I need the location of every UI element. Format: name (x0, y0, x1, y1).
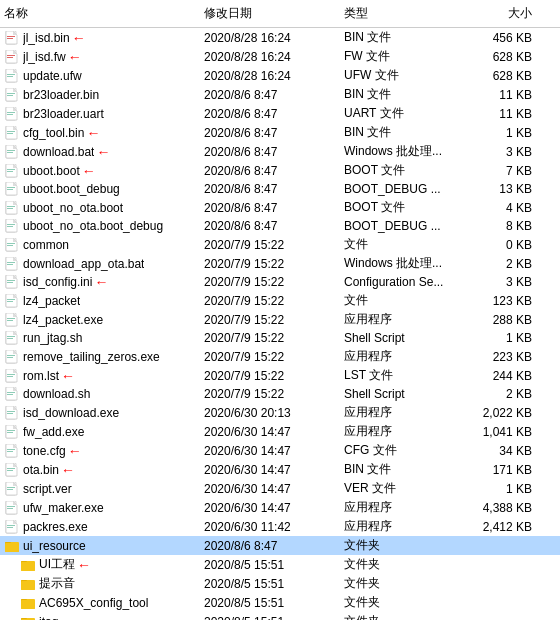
folder-icon (20, 614, 36, 621)
file-icon (4, 274, 20, 290)
file-name-text: jl_isd.bin (23, 31, 70, 45)
file-date-cell: 2020/8/5 15:51 (200, 615, 340, 621)
file-type-cell: FW 文件 (340, 48, 460, 65)
file-name-cell: fw_add.exe (0, 424, 200, 440)
table-row[interactable]: ota.bin←2020/6/30 14:47BIN 文件171 KB (0, 460, 560, 479)
table-row[interactable]: download_app_ota.bat2020/7/9 15:22Window… (0, 254, 560, 273)
file-name-cell: cfg_tool.bin← (0, 125, 200, 141)
table-row[interactable]: jl_isd.fw←2020/8/28 16:24FW 文件628 KB (0, 47, 560, 66)
table-row[interactable]: packres.exe2020/6/30 11:42应用程序2,412 KB (0, 517, 560, 536)
file-name-text: packres.exe (23, 520, 88, 534)
file-name-text: update.ufw (23, 69, 82, 83)
svg-rect-104 (7, 413, 13, 414)
svg-rect-99 (7, 394, 13, 395)
table-row[interactable]: UI工程←2020/8/5 15:51文件夹 (0, 555, 560, 574)
file-icon (4, 462, 20, 478)
file-date-cell: 2020/6/30 11:42 (200, 520, 340, 534)
file-icon (4, 125, 20, 141)
table-row[interactable]: uboot.boot←2020/8/6 8:47BOOT 文件7 KB (0, 161, 560, 180)
file-name-cell: run_jtag.sh (0, 330, 200, 346)
svg-rect-43 (7, 187, 15, 188)
table-row[interactable]: ui_resource2020/8/6 8:47文件夹 (0, 536, 560, 555)
table-row[interactable]: jl_isd.bin←2020/8/28 16:24BIN 文件456 KB (0, 28, 560, 47)
file-type-cell: BIN 文件 (340, 461, 460, 478)
table-row[interactable]: run_jtag.sh2020/7/9 15:22Shell Script1 K… (0, 329, 560, 347)
svg-rect-68 (7, 280, 15, 281)
file-name-cell: br23loader.uart (0, 106, 200, 122)
svg-rect-59 (7, 245, 13, 246)
file-icon (4, 519, 20, 535)
table-row[interactable]: rom.lst←2020/7/9 15:22LST 文件244 KB (0, 366, 560, 385)
table-row[interactable]: 提示音2020/8/5 15:51文件夹 (0, 574, 560, 593)
table-row[interactable]: lz4_packet.exe2020/7/9 15:22应用程序288 KB (0, 310, 560, 329)
file-name-cell: lz4_packet.exe (0, 312, 200, 328)
file-name-text: lz4_packet.exe (23, 313, 103, 327)
file-date-cell: 2020/7/9 15:22 (200, 313, 340, 327)
file-date-cell: 2020/8/5 15:51 (200, 558, 340, 572)
table-row[interactable]: fw_add.exe2020/6/30 14:47应用程序1,041 KB (0, 422, 560, 441)
table-row[interactable]: remove_tailing_zeros.exe2020/7/9 15:22应用… (0, 347, 560, 366)
table-row[interactable]: tone.cfg←2020/6/30 14:47CFG 文件34 KB (0, 441, 560, 460)
file-type-cell: 应用程序 (340, 518, 460, 535)
table-row[interactable]: script.ver2020/6/30 14:47VER 文件1 KB (0, 479, 560, 498)
file-size-cell: 2,022 KB (460, 406, 540, 420)
file-type-cell: BIN 文件 (340, 29, 460, 46)
file-type-cell: 文件 (340, 292, 460, 309)
header-name[interactable]: 名称 (0, 3, 200, 24)
file-date-cell: 2020/8/28 16:24 (200, 50, 340, 64)
file-date-cell: 2020/8/6 8:47 (200, 164, 340, 178)
file-name-text: isd_download.exe (23, 406, 119, 420)
file-icon (4, 163, 20, 179)
table-row[interactable]: uboot_no_ota.boot_debug2020/8/6 8:47BOOT… (0, 217, 560, 235)
file-name-text: uboot_no_ota.boot_debug (23, 219, 163, 233)
file-date-cell: 2020/7/9 15:22 (200, 275, 340, 289)
header-type[interactable]: 类型 (340, 3, 460, 24)
header-date[interactable]: 修改日期 (200, 3, 340, 24)
file-name-cell: jtag (0, 614, 200, 621)
svg-rect-94 (7, 376, 13, 377)
arrow-indicator: ← (86, 125, 100, 141)
file-size-cell: 3 KB (460, 275, 540, 289)
file-name-cell: lz4_packet (0, 293, 200, 309)
file-name-text: cfg_tool.bin (23, 126, 84, 140)
table-row[interactable]: uboot.boot_debug2020/8/6 8:47BOOT_DEBUG … (0, 180, 560, 198)
file-date-cell: 2020/6/30 20:13 (200, 406, 340, 420)
table-row[interactable]: AC695X_config_tool2020/8/5 15:51文件夹 (0, 593, 560, 612)
file-size-cell: 171 KB (460, 463, 540, 477)
table-row[interactable]: cfg_tool.bin←2020/8/6 8:47BIN 文件1 KB (0, 123, 560, 142)
table-row[interactable]: isd_download.exe2020/6/30 20:13应用程序2,022… (0, 403, 560, 422)
arrow-indicator: ← (72, 30, 86, 46)
table-row[interactable]: jtag2020/8/5 15:51文件夹 (0, 612, 560, 620)
arrow-indicator: ← (68, 443, 82, 459)
file-icon (4, 405, 20, 421)
file-explorer[interactable]: 名称 修改日期 类型 大小 jl_isd.bin←2020/8/28 16:24… (0, 0, 560, 620)
table-row[interactable]: isd_config.ini←2020/7/9 15:22Configurati… (0, 273, 560, 291)
file-type-cell: BOOT 文件 (340, 199, 460, 216)
svg-rect-88 (7, 355, 15, 356)
table-row[interactable]: download.sh2020/7/9 15:22Shell Script2 K… (0, 385, 560, 403)
file-name-cell: uboot.boot_debug (0, 181, 200, 197)
table-row[interactable]: br23loader.bin2020/8/6 8:47BIN 文件11 KB (0, 85, 560, 104)
file-date-cell: 2020/7/9 15:22 (200, 387, 340, 401)
table-row[interactable]: lz4_packet2020/7/9 15:22文件123 KB (0, 291, 560, 310)
file-name-cell: rom.lst← (0, 368, 200, 384)
arrow-indicator: ← (68, 49, 82, 65)
file-name-text: jl_isd.fw (23, 50, 66, 64)
table-row[interactable]: br23loader.uart2020/8/6 8:47UART 文件11 KB (0, 104, 560, 123)
file-type-cell: BOOT_DEBUG ... (340, 219, 460, 233)
file-date-cell: 2020/6/30 14:47 (200, 463, 340, 477)
table-row[interactable]: update.ufw2020/8/28 16:24UFW 文件628 KB (0, 66, 560, 85)
table-row[interactable]: download.bat←2020/8/6 8:47Windows 批处理...… (0, 142, 560, 161)
file-name-cell: remove_tailing_zeros.exe (0, 349, 200, 365)
arrow-indicator: ← (77, 557, 91, 573)
table-row[interactable]: common2020/7/9 15:22文件0 KB (0, 235, 560, 254)
file-name-text: uboot_no_ota.boot (23, 201, 123, 215)
table-row[interactable]: uboot_no_ota.boot2020/8/6 8:47BOOT 文件4 K… (0, 198, 560, 217)
file-name-cell: br23loader.bin (0, 87, 200, 103)
file-name-cell: common (0, 237, 200, 253)
file-size-cell: 288 KB (460, 313, 540, 327)
svg-rect-83 (7, 336, 15, 337)
file-icon (4, 181, 20, 197)
header-size[interactable]: 大小 (460, 3, 540, 24)
table-row[interactable]: ufw_maker.exe2020/6/30 14:47应用程序4,388 KB (0, 498, 560, 517)
